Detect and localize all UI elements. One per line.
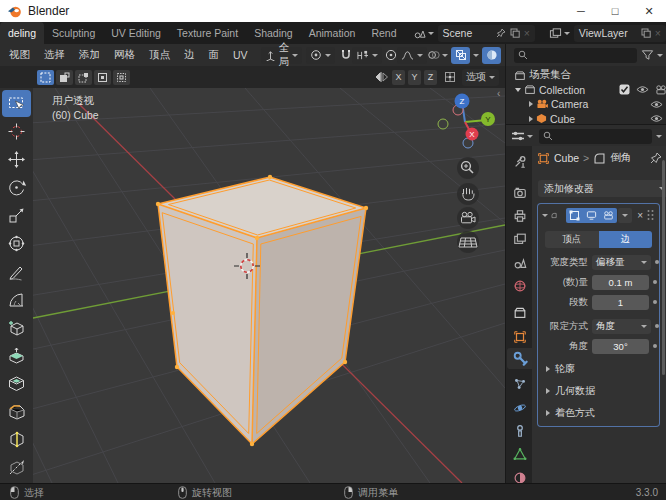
- workspace-tab-rendering[interactable]: Rend: [363, 22, 404, 44]
- xray-toggle[interactable]: [451, 47, 470, 64]
- amount-field[interactable]: 0.1 m: [592, 275, 649, 290]
- select-mode-set[interactable]: [37, 70, 54, 85]
- tab-render[interactable]: [507, 182, 533, 203]
- proportional-editing-toggle[interactable]: [385, 47, 397, 64]
- tool-snap-icon[interactable]: [440, 69, 459, 86]
- select-mode-intersect[interactable]: [113, 70, 130, 85]
- scene-datablock-icon[interactable]: [413, 27, 434, 40]
- menu-vertex[interactable]: 顶点: [142, 48, 177, 62]
- viewport-canvas[interactable]: Z Y X ‹: [0, 88, 505, 483]
- animate-dot[interactable]: [653, 344, 657, 348]
- modifier-extras-dropdown[interactable]: [618, 208, 632, 223]
- tool-loop-cut[interactable]: [2, 426, 31, 453]
- tool-transform[interactable]: [2, 230, 31, 257]
- tab-output[interactable]: [507, 205, 533, 226]
- viewport-3d[interactable]: Z Y X ‹ 用户透视 (60: [0, 88, 505, 483]
- properties-options-caret[interactable]: [656, 135, 662, 138]
- eye-icon[interactable]: [650, 100, 663, 109]
- menu-face[interactable]: 面: [202, 48, 227, 62]
- tool-options-dropdown[interactable]: 选项: [462, 69, 499, 86]
- cube-mesh[interactable]: [156, 175, 368, 446]
- select-mode-extend[interactable]: [56, 70, 73, 85]
- limit-method-dropdown[interactable]: 角度: [592, 319, 651, 334]
- tab-object[interactable]: [507, 326, 533, 347]
- tab-view-layer[interactable]: [507, 228, 533, 249]
- mirror-z-toggle[interactable]: Z: [424, 70, 437, 85]
- minimize-button[interactable]: ─: [564, 0, 598, 22]
- select-mode-invert[interactable]: [94, 70, 111, 85]
- tab-collection[interactable]: [507, 302, 533, 323]
- tool-inset-faces[interactable]: [2, 370, 31, 397]
- copy-icon[interactable]: [510, 28, 520, 38]
- editor-type-button[interactable]: [511, 130, 533, 142]
- animate-dot[interactable]: [653, 300, 657, 304]
- transform-orientation-dropdown[interactable]: 全局: [261, 47, 303, 64]
- checkbox-icon[interactable]: [619, 84, 630, 95]
- eye-icon[interactable]: [650, 114, 663, 123]
- menu-uv[interactable]: UV: [226, 49, 255, 61]
- toggle-render-display[interactable]: [600, 208, 617, 223]
- navigation-gizmo[interactable]: Z Y X: [438, 94, 495, 149]
- view-layer-selector[interactable]: ViewLayer ×: [574, 25, 666, 42]
- outliner-search-input[interactable]: [514, 48, 637, 63]
- tool-move[interactable]: [2, 146, 31, 173]
- outliner-row-scene-collection[interactable]: 场景集合: [506, 68, 666, 82]
- outliner-row-cube[interactable]: Cube: [506, 112, 666, 125]
- mirror-x-toggle[interactable]: X: [392, 70, 405, 85]
- pivot-point-dropdown[interactable]: [306, 47, 335, 64]
- tool-select-box[interactable]: [2, 90, 31, 117]
- workspace-tab-shading[interactable]: Shading: [246, 22, 301, 44]
- shading-solid-toggle[interactable]: [482, 47, 501, 64]
- menu-select[interactable]: 选择: [37, 48, 72, 62]
- tab-tool[interactable]: [507, 151, 533, 172]
- tool-rotate[interactable]: [2, 174, 31, 201]
- snap-with-dropdown[interactable]: [352, 47, 382, 64]
- tab-vertices[interactable]: 顶点: [545, 231, 599, 248]
- tab-modifiers[interactable]: [507, 348, 533, 369]
- expand-down-icon[interactable]: [515, 88, 521, 92]
- tool-cursor[interactable]: [2, 118, 31, 145]
- tab-constraints[interactable]: [507, 420, 533, 441]
- outliner-row-collection[interactable]: Collection: [506, 83, 666, 97]
- menu-view[interactable]: 视图: [2, 48, 37, 62]
- segments-field[interactable]: 1: [592, 295, 649, 310]
- section-shading[interactable]: 着色方式: [546, 406, 595, 420]
- workspace-tab-sculpting[interactable]: Sculpting: [44, 22, 103, 44]
- select-mode-subtract[interactable]: [75, 70, 92, 85]
- panel-expand-caret[interactable]: [542, 214, 548, 217]
- add-modifier-dropdown[interactable]: 添加修改器: [538, 180, 666, 197]
- menu-mesh[interactable]: 网格: [107, 48, 142, 62]
- outliner-filter-button[interactable]: [641, 49, 654, 61]
- tab-physics[interactable]: [507, 397, 533, 418]
- section-geometry[interactable]: 几何数据: [546, 384, 595, 398]
- mirror-y-toggle[interactable]: Y: [408, 70, 421, 85]
- tool-bevel[interactable]: [2, 398, 31, 425]
- animate-dot[interactable]: [655, 324, 659, 328]
- view-layer-icon[interactable]: [549, 27, 570, 40]
- tab-object-data[interactable]: [507, 443, 533, 464]
- tool-add-cube[interactable]: [2, 314, 31, 341]
- show-overlays-dropdown[interactable]: [427, 49, 448, 61]
- sidebar-toggle-icon[interactable]: ‹: [497, 88, 500, 99]
- camera-view-button[interactable]: [457, 207, 479, 229]
- tool-annotate[interactable]: [2, 258, 31, 285]
- animate-dot[interactable]: [653, 280, 657, 284]
- pin-icon[interactable]: [650, 152, 662, 164]
- expand-right-icon[interactable]: [529, 101, 533, 107]
- snap-toggle[interactable]: [340, 47, 352, 64]
- tool-extrude-region[interactable]: [2, 342, 31, 369]
- tab-world[interactable]: [507, 275, 533, 296]
- width-type-dropdown[interactable]: 偏移量: [592, 255, 651, 270]
- menu-edge[interactable]: 边: [177, 48, 202, 62]
- eye-icon[interactable]: [636, 85, 649, 94]
- menu-add[interactable]: 添加: [72, 48, 107, 62]
- workspace-tab-modeling[interactable]: deling: [0, 22, 44, 44]
- xray-dropdown-caret[interactable]: [473, 54, 479, 57]
- breadcrumb-object[interactable]: Cube: [554, 152, 579, 164]
- section-profile[interactable]: 轮廓: [546, 362, 575, 376]
- properties-scrollbar[interactable]: [662, 160, 665, 375]
- tool-scale[interactable]: [2, 202, 31, 229]
- pin-icon[interactable]: [496, 28, 506, 38]
- tab-particles[interactable]: [507, 373, 533, 394]
- angle-field[interactable]: 30°: [592, 339, 649, 354]
